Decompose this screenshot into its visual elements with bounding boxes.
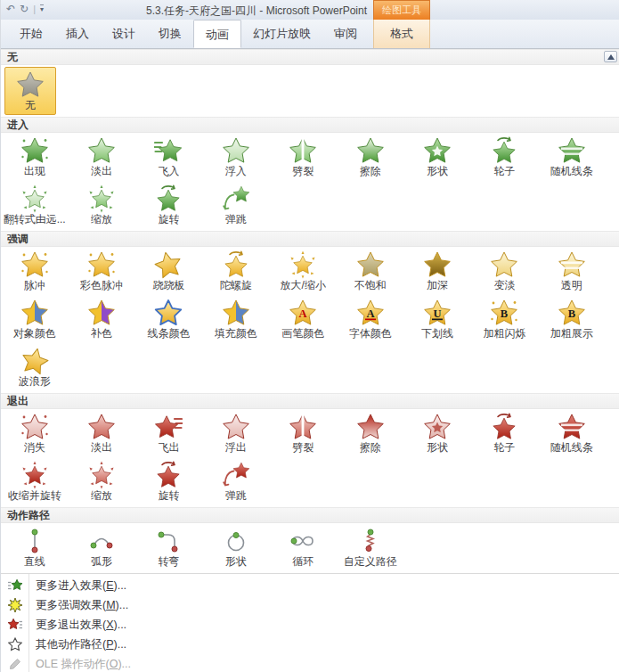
animation-label: 加粗展示 <box>550 327 593 340</box>
animation-item[interactable]: 跷跷板 <box>135 248 202 296</box>
animation-item[interactable]: 陀螺旋 <box>202 248 269 296</box>
animation-item[interactable]: 淡出 <box>68 134 134 182</box>
animation-item[interactable]: 擦除 <box>337 134 403 182</box>
animation-item[interactable]: 浮入 <box>202 134 269 182</box>
tab-切换[interactable]: 切换 <box>147 20 193 48</box>
animation-label: 线条颜色 <box>147 327 190 340</box>
animation-label: 轮子 <box>493 441 515 454</box>
tab-插入[interactable]: 插入 <box>54 20 101 48</box>
animation-star-icon <box>423 250 452 279</box>
animation-star-icon <box>154 461 183 489</box>
animation-item[interactable]: 轮子 <box>471 410 538 458</box>
animation-item[interactable]: 弧形 <box>68 524 134 572</box>
animation-item[interactable]: 浮出 <box>202 410 269 458</box>
animation-item[interactable]: 对象颜色 <box>1 296 68 344</box>
animation-item[interactable]: 彩色脉冲 <box>68 248 134 296</box>
animation-item[interactable]: B 加粗闪烁 <box>471 296 538 344</box>
animation-item[interactable]: 转弯 <box>135 524 202 572</box>
animation-label: 出现 <box>24 165 45 177</box>
gallery-scroll-up-button[interactable] <box>604 51 617 62</box>
animation-item[interactable]: 线条颜色 <box>135 296 202 344</box>
animation-item[interactable]: 变淡 <box>471 248 538 296</box>
tab-幻灯片放映[interactable]: 幻灯片放映 <box>241 20 322 48</box>
animation-item[interactable]: 弹跳 <box>202 182 269 230</box>
animation-item[interactable]: 飞入 <box>135 134 202 182</box>
menu-item[interactable]: 更多强调效果(M)... <box>1 595 619 615</box>
animation-item[interactable]: 无 <box>4 67 56 115</box>
animation-item[interactable]: 劈裂 <box>270 134 337 182</box>
animation-star-icon <box>558 250 586 279</box>
animation-item[interactable]: A 画笔颜色 <box>270 296 337 344</box>
animation-star-icon <box>154 527 183 555</box>
animation-star-icon <box>490 250 518 279</box>
animation-item[interactable]: 加深 <box>403 248 470 296</box>
animation-item[interactable]: 飞出 <box>135 410 202 458</box>
animation-item[interactable]: 缩放 <box>68 458 134 506</box>
animation-item[interactable]: 消失 <box>1 410 68 458</box>
svg-text:U: U <box>434 307 442 320</box>
effects-menu: 更多进入效果(E)... 更多强调效果(M)... 更多退出效果(X)... 其… <box>1 573 619 672</box>
animation-star-icon <box>154 413 183 441</box>
animation-item[interactable]: 淡出 <box>68 410 134 458</box>
redo-button[interactable]: ↻ <box>20 3 29 15</box>
animation-label: 收缩并旋转 <box>8 489 61 502</box>
menu-item[interactable]: 更多进入效果(E)... <box>1 576 619 595</box>
tab-设计[interactable]: 设计 <box>101 20 147 48</box>
animation-star-icon <box>289 250 317 279</box>
animation-label: 补色 <box>91 327 112 340</box>
animation-item[interactable]: 收缩并旋转 <box>1 458 68 506</box>
animation-item[interactable]: 自定义路径 <box>337 524 403 572</box>
animation-item[interactable]: 随机线条 <box>538 134 605 182</box>
tab-动画[interactable]: 动画 <box>193 20 241 48</box>
animation-label: 自定义路径 <box>344 555 397 568</box>
menu-item[interactable]: OLE 操作动作(O)... <box>1 654 619 672</box>
gallery-section: 退出 消失 淡出 飞出 浮出 劈裂 擦除 形状 轮子 随机线条 收缩并旋转 缩放… <box>1 393 619 507</box>
animation-label: 变淡 <box>493 279 515 291</box>
animation-item[interactable]: 形状 <box>403 134 470 182</box>
tab-开始[interactable]: 开始 <box>8 20 54 48</box>
animation-item[interactable]: 出现 <box>1 134 68 182</box>
animation-item[interactable]: A 字体颜色 <box>337 296 403 344</box>
animation-label: 飞入 <box>158 165 179 177</box>
animation-item[interactable]: 轮子 <box>471 134 538 182</box>
animation-item[interactable]: 放大/缩小 <box>270 248 337 296</box>
animation-item[interactable]: 旋转 <box>135 182 202 230</box>
section-header: 退出 <box>1 393 619 409</box>
animation-item[interactable]: 随机线条 <box>538 410 605 458</box>
animation-item[interactable]: 不饱和 <box>337 248 403 296</box>
animation-item[interactable]: 翻转式由远... <box>1 182 68 230</box>
undo-button[interactable]: ↶ <box>6 3 15 15</box>
animation-item[interactable]: 补色 <box>68 296 134 344</box>
animation-item[interactable]: 形状 <box>202 524 269 572</box>
animation-star-icon <box>423 136 452 165</box>
animation-label: 随机线条 <box>550 441 593 454</box>
animation-star-icon <box>222 184 250 213</box>
menu-item[interactable]: 更多退出效果(X)... <box>1 615 619 635</box>
animation-item[interactable]: 透明 <box>538 248 605 296</box>
animation-item[interactable]: 形状 <box>403 410 470 458</box>
animation-item[interactable]: 直线 <box>1 524 68 572</box>
animation-label: 对象颜色 <box>13 327 56 340</box>
animation-item[interactable]: 旋转 <box>135 458 202 506</box>
animation-item[interactable]: 填充颜色 <box>202 296 269 344</box>
animation-item[interactable]: U 下划线 <box>403 296 470 344</box>
tab-格式[interactable]: 格式 <box>373 20 430 48</box>
animation-star-icon <box>20 136 49 165</box>
animation-item[interactable]: 缩放 <box>68 182 134 230</box>
animation-item[interactable]: B 加粗展示 <box>538 296 605 344</box>
animation-item[interactable]: 循环 <box>270 524 337 572</box>
tab-label: 设计 <box>112 27 135 40</box>
menu-item[interactable]: 其他动作路径(P)... <box>1 635 619 654</box>
animation-label: 翻转式由远... <box>4 213 66 225</box>
animation-item[interactable]: 脉冲 <box>1 248 68 296</box>
animation-item[interactable]: 擦除 <box>337 410 403 458</box>
svg-text:A: A <box>366 307 374 320</box>
animation-item[interactable]: 弹跳 <box>202 458 269 506</box>
animation-label: 画笔颜色 <box>281 327 324 340</box>
tab-审阅[interactable]: 审阅 <box>322 20 369 48</box>
qat-menu-button[interactable]: ▾ <box>40 4 44 13</box>
animation-label: 旋转 <box>158 489 179 502</box>
animation-star-icon <box>289 527 317 555</box>
animation-item[interactable]: 劈裂 <box>270 410 337 458</box>
animation-item[interactable]: 波浪形 <box>1 344 68 392</box>
